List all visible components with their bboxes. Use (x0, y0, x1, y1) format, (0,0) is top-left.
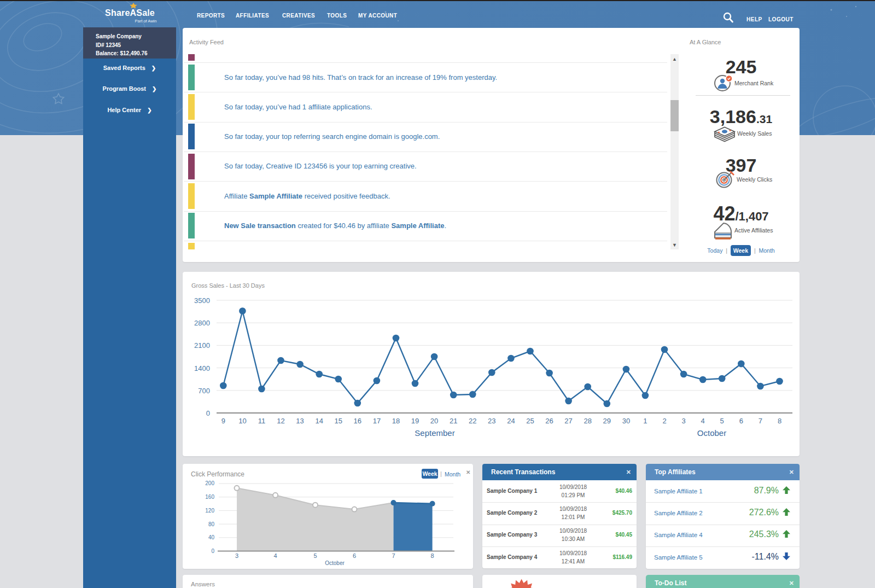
svg-text:20: 20 (430, 417, 438, 425)
svg-text:5: 5 (720, 417, 724, 425)
svg-text:1: 1 (643, 417, 647, 425)
svg-text:27: 27 (564, 417, 572, 425)
svg-text:3500: 3500 (194, 296, 210, 305)
svg-text:15: 15 (334, 417, 342, 425)
svg-text:October: October (325, 560, 345, 566)
svg-text:4: 4 (274, 552, 277, 559)
svg-text:0: 0 (206, 409, 210, 417)
svg-text:40: 40 (208, 534, 215, 540)
svg-text:4: 4 (701, 417, 705, 425)
svg-text:5: 5 (313, 552, 317, 559)
svg-text:13: 13 (296, 417, 304, 425)
svg-text:21: 21 (450, 417, 457, 425)
svg-text:7: 7 (392, 552, 395, 559)
svg-text:25: 25 (526, 417, 534, 425)
svg-text:160: 160 (205, 494, 214, 500)
svg-text:2800: 2800 (194, 319, 210, 327)
svg-text:30: 30 (622, 417, 630, 425)
svg-text:22: 22 (469, 417, 476, 425)
svg-text:19: 19 (411, 417, 419, 425)
svg-text:10: 10 (238, 417, 246, 425)
svg-text:200: 200 (205, 480, 214, 486)
svg-text:3: 3 (235, 552, 238, 559)
svg-text:11: 11 (258, 417, 266, 425)
svg-text:0: 0 (211, 548, 214, 554)
svg-text:700: 700 (198, 387, 210, 395)
svg-text:23: 23 (488, 417, 495, 425)
svg-text:3: 3 (681, 417, 685, 425)
svg-text:9: 9 (221, 417, 225, 425)
svg-text:1400: 1400 (194, 364, 210, 372)
svg-text:2100: 2100 (194, 341, 210, 350)
svg-text:8: 8 (778, 417, 781, 425)
svg-text:24: 24 (507, 417, 515, 425)
svg-text:October: October (697, 428, 726, 438)
svg-text:18: 18 (392, 417, 400, 425)
svg-text:8: 8 (431, 552, 434, 559)
svg-text:17: 17 (373, 417, 381, 425)
svg-text:12: 12 (277, 417, 284, 425)
svg-text:6: 6 (353, 552, 356, 559)
svg-text:120: 120 (205, 508, 214, 514)
svg-text:2: 2 (662, 417, 666, 425)
svg-text:80: 80 (208, 521, 215, 527)
svg-text:6: 6 (739, 417, 743, 425)
svg-text:16: 16 (354, 417, 361, 425)
svg-text:26: 26 (545, 417, 553, 425)
svg-text:29: 29 (603, 417, 611, 425)
svg-text:September: September (415, 428, 454, 438)
svg-text:14: 14 (315, 417, 323, 425)
svg-text:7: 7 (759, 417, 762, 425)
svg-text:28: 28 (584, 417, 591, 425)
